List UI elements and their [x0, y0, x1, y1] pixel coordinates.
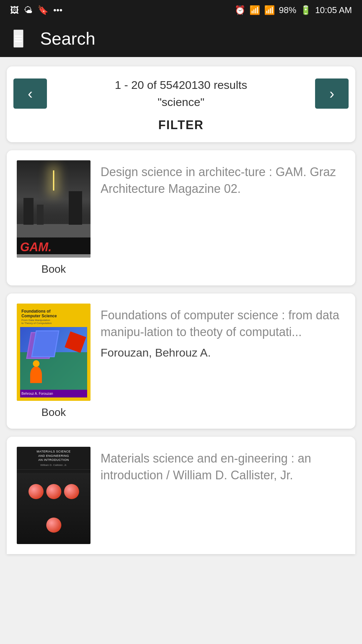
photo-icon: 🖼 — [10, 5, 19, 15]
pagination-summary-line1: 1 - 20 of 55420130 results — [47, 76, 315, 94]
book-title-3: Materials science and en-gineering : an … — [101, 450, 345, 484]
book-info-3: Materials science and en-gineering : an … — [101, 447, 345, 544]
wifi-icon: 📶 — [249, 5, 260, 15]
battery-percent: 98% — [279, 5, 296, 15]
book-title-2: Foundations of computer science : from d… — [101, 307, 345, 341]
book-card-3[interactable]: MATERIALS SCIENCEAND ENGINEERINGAN INTRO… — [7, 437, 355, 554]
book-author-2: Forouzan, Behrouz A. — [101, 346, 345, 359]
page-title: Search — [40, 29, 96, 49]
battery-icon: 🔋 — [300, 5, 311, 15]
book-cover-2: Foundations ofComputer Science From Data… — [17, 304, 90, 401]
main-content: ‹ 1 - 20 of 55420130 results "science" ›… — [0, 57, 362, 564]
pagination-query: "science" — [47, 94, 315, 111]
status-bar: 🖼 🌤 🔖 ••• ⏰ 📶 📶 98% 🔋 10:05 AM — [0, 0, 362, 20]
status-bar-right: ⏰ 📶 📶 98% 🔋 10:05 AM — [235, 5, 352, 15]
book-cover-wrap-2: Foundations ofComputer Science From Data… — [17, 304, 90, 419]
signal-icon: 📶 — [264, 5, 275, 15]
book-card-2-inner: Foundations ofComputer Science From Data… — [17, 304, 345, 419]
book-type-1: Book — [42, 263, 66, 275]
weather-icon: 🌤 — [24, 5, 33, 15]
app-bar: ≡ Search — [0, 20, 362, 57]
pagination-card: ‹ 1 - 20 of 55420130 results "science" ›… — [7, 66, 355, 142]
menu-button[interactable]: ≡ — [13, 30, 23, 48]
book-card-1-inner: GAM. Book Design science in architec-tur… — [17, 160, 345, 275]
clock: 10:05 AM — [315, 5, 352, 15]
filter-button[interactable]: FILTER — [158, 118, 203, 132]
more-icon: ••• — [53, 5, 62, 15]
book-title-1: Design science in architec-ture : GAM. G… — [101, 164, 345, 198]
book-info-1: Design science in architec-ture : GAM. G… — [101, 160, 345, 275]
cover-cs-foundations: Foundations ofComputer Science From Data… — [17, 304, 90, 401]
book-cover-wrap-1: GAM. Book — [17, 160, 90, 275]
book-card-2[interactable]: Foundations ofComputer Science From Data… — [7, 293, 355, 429]
alarm-icon: ⏰ — [235, 5, 245, 15]
pagination-info: 1 - 20 of 55420130 results "science" — [47, 76, 315, 111]
book-cover-wrap-3: MATERIALS SCIENCEAND ENGINEERINGAN INTRO… — [17, 447, 90, 544]
status-bar-icons: 🖼 🌤 🔖 ••• — [10, 5, 62, 15]
bookmark-icon: 🔖 — [38, 5, 48, 15]
book-info-2: Foundations of computer science : from d… — [101, 304, 345, 419]
prev-page-button[interactable]: ‹ — [13, 78, 47, 109]
book-card-1[interactable]: GAM. Book Design science in architec-tur… — [7, 150, 355, 285]
book-cover-1: GAM. — [17, 160, 90, 258]
next-page-button[interactable]: › — [315, 78, 349, 109]
book-cover-3: MATERIALS SCIENCEAND ENGINEERINGAN INTRO… — [17, 447, 90, 544]
book-card-3-inner: MATERIALS SCIENCEAND ENGINEERINGAN INTRO… — [17, 447, 345, 544]
cover-arch-design: GAM. — [17, 160, 90, 258]
book-type-2: Book — [42, 406, 66, 419]
pagination-row: ‹ 1 - 20 of 55420130 results "science" › — [13, 76, 349, 111]
cover-mat-materials: MATERIALS SCIENCEAND ENGINEERINGAN INTRO… — [17, 447, 90, 544]
